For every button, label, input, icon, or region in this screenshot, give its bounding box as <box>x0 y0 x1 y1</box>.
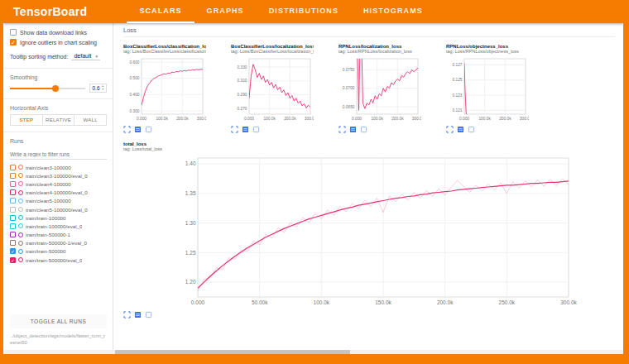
smoothing-value: 0.6 <box>92 85 99 91</box>
rpn-localization-loss-chart[interactable]: 0.07500.07000.06500.000100.0k200.0k300.0… <box>339 55 421 123</box>
run-item[interactable]: train/clean4-100000/eval_0 <box>10 189 107 197</box>
run-item[interactable]: train/clean5-100000 <box>10 197 107 205</box>
tooltip-sorting-dropdown[interactable]: default ▾ <box>71 52 100 60</box>
expand-icon[interactable] <box>123 311 131 318</box>
run-checkbox[interactable] <box>10 207 16 213</box>
run-checkbox[interactable] <box>10 232 16 237</box>
pin-icon[interactable] <box>252 126 260 133</box>
expand-icon[interactable] <box>123 126 131 133</box>
run-item[interactable]: train/train-100000/eval_0 <box>10 222 107 230</box>
sidebar: Show data download links✓Ignore outliers… <box>3 23 113 350</box>
run-label: train/train-500000-1/eval_0 <box>26 240 87 246</box>
run-item[interactable]: train/train-500000-1 <box>10 231 107 239</box>
svg-text:1.30: 1.30 <box>185 220 196 226</box>
run-item[interactable]: train/train-100000 <box>10 213 107 222</box>
svg-text:1.35: 1.35 <box>185 190 196 196</box>
option-show-data-download-links[interactable]: Show data download links <box>10 29 107 36</box>
run-color-swatch <box>18 241 23 246</box>
full-size-icon[interactable] <box>134 126 142 133</box>
classification-loss-chart[interactable]: 0.6000.5000.4000.3000.000100.0k200.0k300… <box>123 55 206 123</box>
expand-icon[interactable] <box>231 126 238 133</box>
run-item[interactable]: ✓train/train-500000 <box>10 247 107 256</box>
run-label: train/clean4-100000/eval_0 <box>26 189 88 195</box>
objectness-loss-chart[interactable]: 0.1270.1250.1230.1210.000100.0k200.0k300… <box>446 55 529 123</box>
divider <box>3 68 113 69</box>
total-loss-chart[interactable]: 1.401.351.301.251.200.00050.00k100.0k150… <box>123 153 583 309</box>
run-checkbox[interactable]: ✓ <box>10 257 16 263</box>
horizontal-scrollbar[interactable] <box>3 350 623 354</box>
run-checkbox[interactable] <box>10 215 16 221</box>
run-label: train/train-100000/eval_0 <box>26 223 82 229</box>
checkbox[interactable]: ✓ <box>10 39 17 46</box>
run-checkbox[interactable] <box>10 173 16 179</box>
svg-text:100.0k: 100.0k <box>478 117 491 121</box>
pin-icon[interactable] <box>145 311 152 318</box>
tab-histograms[interactable]: HISTOGRAMS <box>351 0 435 23</box>
expand-icon[interactable] <box>339 126 346 133</box>
run-item[interactable]: train/clean3-100000/eval_0 <box>10 171 107 180</box>
svg-text:100.0k: 100.0k <box>156 117 168 121</box>
logdir-path: ../object_detection/wgs/models/faster_rc… <box>10 333 107 347</box>
scrollbar-thumb[interactable] <box>115 350 351 354</box>
full-size-icon[interactable] <box>242 126 249 133</box>
pin-icon[interactable] <box>468 126 475 133</box>
axis-relative-button[interactable]: RELATIVE <box>43 114 75 126</box>
app-logo: TensorBoard <box>13 5 87 18</box>
stepper-arrows-icon[interactable]: ▲▼ <box>102 85 104 91</box>
run-label: train/clean3-100000 <box>26 165 71 170</box>
chart-card: BoxClassifierLoss/classification_loss ta… <box>123 44 206 133</box>
full-size-icon[interactable] <box>134 311 142 318</box>
tab-graphs[interactable]: GRAPHS <box>194 0 257 23</box>
pin-icon[interactable] <box>145 126 152 133</box>
smoothing-value-box[interactable]: 0.6 ▲▼ <box>89 84 107 93</box>
toggle-all-runs-button[interactable]: TOGGLE ALL RUNS <box>10 314 107 328</box>
smoothing-slider[interactable] <box>10 84 85 93</box>
app-bar: TensorBoard SCALARSGRAPHSDISTRIBUTIONSHI… <box>3 0 623 23</box>
run-item[interactable]: train/clean5-100000/eval_0 <box>10 205 107 213</box>
run-checkbox[interactable] <box>10 240 16 246</box>
run-checkbox[interactable] <box>10 223 16 229</box>
run-checkbox[interactable] <box>10 181 16 187</box>
expand-icon[interactable] <box>446 126 454 133</box>
svg-text:300.0k: 300.0k <box>305 117 314 121</box>
svg-text:0.400: 0.400 <box>129 93 139 97</box>
full-size-icon[interactable] <box>349 126 357 133</box>
run-color-swatch <box>18 173 23 178</box>
slider-thumb[interactable] <box>52 85 59 92</box>
chevron-down-icon: ▾ <box>95 54 98 59</box>
run-item[interactable]: train/clean4-100000 <box>10 180 107 188</box>
svg-text:100.0k: 100.0k <box>263 117 276 121</box>
axis-wall-button[interactable]: WALL <box>74 114 107 126</box>
runs-label: Runs <box>10 138 107 144</box>
full-size-icon[interactable] <box>457 126 464 133</box>
run-checkbox[interactable] <box>10 165 16 170</box>
chart-tag: tag: Loss/RPNLoss/localization_loss <box>339 49 421 54</box>
dashboard: Loss BoxClassifierLoss/classification_lo… <box>113 23 623 350</box>
chart-toolbar <box>446 126 529 133</box>
runs-filter-input[interactable] <box>10 150 107 160</box>
chart-tag: tag: Loss/BoxClassifierLoss/localization… <box>231 49 314 54</box>
pin-icon[interactable] <box>360 126 367 133</box>
run-label: train/train-500000 <box>26 248 66 254</box>
run-item[interactable]: train/clean3-100000 <box>10 163 107 171</box>
tab-distributions[interactable]: DISTRIBUTIONS <box>257 0 351 23</box>
svg-text:0.310: 0.310 <box>237 79 247 83</box>
run-item[interactable]: ✓train/train-500000/eval_0 <box>10 256 107 264</box>
run-checkbox[interactable] <box>10 198 16 204</box>
svg-text:300.0k: 300.0k <box>520 117 529 121</box>
axis-step-button[interactable]: STEP <box>10 114 43 126</box>
checkbox[interactable] <box>10 29 17 36</box>
sidebar-options: Show data download links✓Ignore outliers… <box>10 29 107 49</box>
category-loss[interactable]: Loss <box>123 23 615 37</box>
run-checkbox[interactable]: ✓ <box>10 248 16 254</box>
run-item[interactable]: train/train-500000-1/eval_0 <box>10 239 107 247</box>
tab-scalars[interactable]: SCALARS <box>127 0 194 23</box>
svg-text:0.290: 0.290 <box>237 93 247 97</box>
run-label: train/clean4-100000 <box>26 181 71 187</box>
chart-tag: tag: Loss/RPNLoss/objectness_loss <box>446 49 529 54</box>
option-ignore-outliers[interactable]: ✓Ignore outliers in chart scaling <box>10 39 107 46</box>
svg-text:0.127: 0.127 <box>452 63 462 67</box>
box-localization-loss-chart[interactable]: 0.3300.3100.2900.2700.000100.0k200.0k300… <box>231 55 314 123</box>
option-label: Show data download links <box>20 30 87 36</box>
run-checkbox[interactable] <box>10 189 16 195</box>
